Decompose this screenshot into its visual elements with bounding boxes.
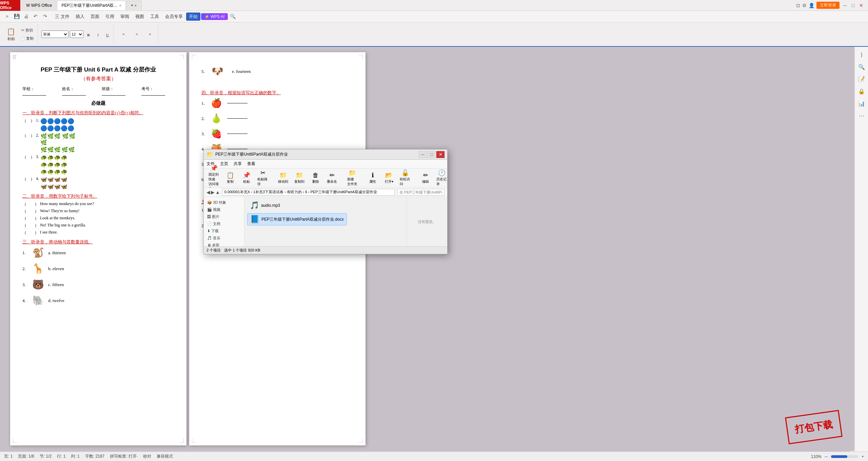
copy-button[interactable]: 📄复制 <box>18 35 36 42</box>
sb-col: 列: 1 <box>71 454 79 459</box>
fe-search-input[interactable] <box>397 189 445 196</box>
fe-edit-btn[interactable]: ✏ 编辑 <box>418 171 433 185</box>
sb-zoom-out-btn[interactable]: ─ <box>825 454 828 459</box>
menu-insert[interactable]: 插入 <box>73 13 87 21</box>
sb-zoom-in-btn[interactable]: + <box>862 454 864 459</box>
wps-ai-button[interactable]: ⚡ WPS AI <box>201 13 228 20</box>
fe-file-list: 🎵 audio.mp3 📘 PEP三年级下册Unit6PartA双减分层作业.d… <box>244 197 407 246</box>
search-magnify-icon[interactable]: 🔍 <box>230 14 236 19</box>
ribbon-group-font: 宋体 12 B I U <box>39 24 114 44</box>
app-logo: WPS Office <box>0 0 20 11</box>
settings-icon[interactable]: ⚙ <box>802 3 807 8</box>
fe-paste-path-btn[interactable]: ✂ 粘贴路径 <box>255 168 270 187</box>
menu-review[interactable]: 审阅 <box>118 13 132 21</box>
titlebar-right: ⊡ ⚙ 👤 立即登录 ─ □ ✕ <box>796 2 868 9</box>
fe-file-mp3[interactable]: 🎵 audio.mp3 <box>247 200 283 211</box>
fe-file-docx[interactable]: 📘 PEP三年级下册Unit6PartA双减分层作业.docx <box>247 213 347 225</box>
menubar: ≡ 💾 🖨 ↶ ↷ 三 文件 插入 页面 引用 审阅 视图 工具 会员专享 开始… <box>0 11 868 22</box>
fe-sidebar-download[interactable]: ⬇ 下载 <box>204 227 244 235</box>
doc-tab[interactable]: PEP三年级下册Unit6PartA双... × <box>57 1 125 10</box>
s2-q4: （ ） No! The big one is a gorilla. <box>22 223 174 228</box>
fe-properties-btn[interactable]: ℹ 属性 <box>365 171 380 185</box>
italic-button[interactable]: I <box>94 32 102 38</box>
fe-sidebar-docs[interactable]: 📄 文档 <box>204 220 244 227</box>
fe-menu-view[interactable]: 查看 <box>247 161 255 167</box>
fe-delete-btn[interactable]: 🗑 删除 <box>308 171 323 185</box>
sb-align: 校对 <box>143 454 151 459</box>
new-tab-btn[interactable]: + ▼ <box>126 1 142 10</box>
fe-sidebar-music[interactable]: 🎵 音乐 <box>204 235 244 242</box>
user-icon[interactable]: 👤 <box>809 3 814 8</box>
fe-new-folder-btn[interactable]: 📁 新建文件夹 <box>345 168 360 187</box>
align-center-button[interactable]: ≡ <box>131 31 143 37</box>
redo-icon[interactable]: ↷ <box>41 12 50 21</box>
rp-btn-3[interactable]: 📝 <box>856 74 867 84</box>
page-drag-handle[interactable]: ⠿ <box>13 55 16 61</box>
register-button[interactable]: 立即登录 <box>816 2 840 9</box>
fe-easyaccess-icon: 🔓 <box>401 169 409 177</box>
cut-button[interactable]: ✂剪切 <box>18 27 36 34</box>
menu-tools[interactable]: 工具 <box>147 13 162 21</box>
fe-paste-btn[interactable]: 📌 粘贴 <box>239 171 254 185</box>
menu-vip[interactable]: 会员专享 <box>162 13 185 21</box>
q2-emoji-grid: 🌿🌿🌿 🌿🌿🌿 🌿🌿🌿 🌿🌿 <box>40 133 81 153</box>
fe-sidebar-video[interactable]: 🎬 视频 <box>204 206 244 213</box>
print-icon[interactable]: 🖨 <box>22 12 31 21</box>
menu-reference[interactable]: 引用 <box>103 13 117 21</box>
copy-icon: 📄 <box>20 36 25 41</box>
fe-easyaccess-btn[interactable]: 🔓 轻松访问 <box>398 168 413 187</box>
rp-btn-5[interactable]: 📊 <box>856 98 867 108</box>
rp-btn-6[interactable]: ⋯ <box>856 111 867 121</box>
save-icon[interactable]: 💾 <box>12 12 21 21</box>
underline-button[interactable]: U <box>103 32 112 38</box>
undo-icon[interactable]: ↶ <box>31 12 40 21</box>
fe-rename-btn[interactable]: ✏ 重命名 <box>324 171 339 185</box>
fe-file-row-2: 📘 PEP三年级下册Unit6PartA双减分层作业.docx <box>247 213 404 225</box>
rp-btn-2[interactable]: 🔍 <box>856 62 867 72</box>
fe-toolbar: 📌 固定到快速访问项目 📋 复制 📌 粘贴 ✂ 粘贴路径 📁 移动到 📁 复制到… <box>204 168 447 187</box>
fe-sidebar-pics[interactable]: 🖼 图片 <box>204 213 244 220</box>
align-right-button[interactable]: ≡ <box>144 31 156 37</box>
fe-forward-icon[interactable]: ▶ <box>211 189 215 195</box>
fe-menu-share[interactable]: 共享 <box>234 161 242 167</box>
fe-copy-btn[interactable]: 📋 复制 <box>223 171 238 185</box>
menu-page[interactable]: 页面 <box>88 13 102 21</box>
fe-close-btn[interactable]: ✕ <box>436 151 445 158</box>
doc-title: PEP 三年级下册 Unit 6 Part A 双减 分层作业 <box>22 66 174 74</box>
bold-button[interactable]: B <box>84 32 93 38</box>
rp-btn-1[interactable]: ⟩ <box>856 49 867 60</box>
fe-properties-icon: ℹ <box>372 172 374 179</box>
fe-back-icon[interactable]: ◀ <box>206 189 210 195</box>
titlebar: WPS Office W WPS Office PEP三年级下册Unit6Par… <box>0 0 868 11</box>
fe-history-btn[interactable]: 🕐 历史记录 <box>434 168 449 187</box>
fe-up-icon[interactable]: ▲ <box>215 189 220 195</box>
rp-btn-4[interactable]: 🔒 <box>856 86 867 96</box>
fe-minimize-btn[interactable]: ─ <box>419 151 427 158</box>
font-family-select[interactable]: 宋体 <box>41 31 68 38</box>
align-left-button[interactable]: ≡ <box>117 31 130 37</box>
paste-button[interactable]: 📋 粘贴 <box>5 26 17 42</box>
right-match-5: 5. 🐶 e. fourteen <box>201 66 353 77</box>
close-button[interactable]: ✕ <box>858 2 865 9</box>
fe-copy-to-btn[interactable]: 📁 复制到 <box>292 171 307 185</box>
menu-icon-1[interactable]: ≡ <box>3 12 12 21</box>
maximize-button[interactable]: □ <box>850 2 856 9</box>
zoom-slider[interactable] <box>831 455 858 458</box>
menu-view[interactable]: 视图 <box>133 13 147 21</box>
maximize-restore-icon[interactable]: ⊡ <box>796 3 800 8</box>
match-1: 1. 🐒 a. thirteen <box>22 247 174 258</box>
menu-home[interactable]: 开始 <box>186 13 200 21</box>
minimize-button[interactable]: ─ <box>842 2 848 9</box>
font-size-select[interactable]: 12 <box>70 31 83 38</box>
fe-maximize-btn[interactable]: □ <box>428 151 436 158</box>
tab-close-icon[interactable]: × <box>119 3 121 7</box>
fe-address-path[interactable]: 0.000001补充X › 1补充3下英语试卷 › 有听力的 › 6 › PEP… <box>222 189 395 196</box>
fe-move-to-btn[interactable]: 📁 移动到 <box>276 171 291 185</box>
cut-icon: ✂ <box>21 28 24 33</box>
fe-open-btn[interactable]: 📂 打开▾ <box>381 171 396 185</box>
section3-title: 三、听录音，将动物与其数量连线。 <box>22 239 174 245</box>
fe-sidebar-3d[interactable]: 📦 3D 对象 <box>204 199 244 206</box>
menu-file[interactable]: 三 文件 <box>52 13 72 21</box>
home-tab[interactable]: W WPS Office <box>22 1 56 10</box>
fe-sidebar-desktop[interactable]: 🖥 桌面 <box>204 242 244 246</box>
